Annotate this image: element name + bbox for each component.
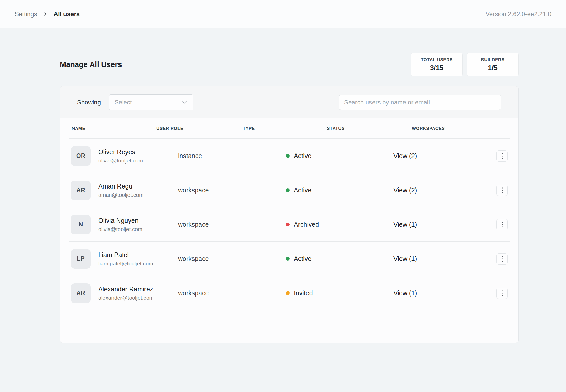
user-role-value: workspace <box>178 221 242 228</box>
builders-card: BUILDERS 1/5 <box>467 53 519 76</box>
title-row: Manage All Users TOTAL USERS 3/15 BUILDE… <box>60 53 519 76</box>
workspaces-view-link[interactable]: View (1) <box>393 289 496 297</box>
user-email: alexander@tooljet.con <box>98 295 153 301</box>
builders-label: BUILDERS <box>481 57 505 62</box>
search-input[interactable] <box>339 95 501 110</box>
user-name: Olivia Nguyen <box>98 217 142 224</box>
status-label: Active <box>294 152 311 160</box>
user-role-value: workspace <box>178 289 242 297</box>
status-cell: Active <box>286 152 393 160</box>
status-cell: Invited <box>286 289 393 297</box>
user-name: Alexander Ramirez <box>98 285 153 293</box>
table-row: LP Liam Patel liam.patel@tooljet.com wor… <box>60 242 518 276</box>
chevron-down-icon <box>181 99 188 106</box>
kebab-icon <box>502 224 503 225</box>
total-users-label: TOTAL USERS <box>421 57 453 62</box>
table-row: N Olivia Nguyen olivia@tooljet.com works… <box>60 207 518 242</box>
status-dot-icon <box>286 291 290 295</box>
status-label: Archived <box>294 221 319 228</box>
user-name: Liam Patel <box>98 251 153 259</box>
user-email: oliver@tooljet.com <box>98 158 143 164</box>
workspaces-view-link[interactable]: View (2) <box>393 186 496 194</box>
users-table: NAME USER ROLE TYPE STATUS WORKSPACES OR… <box>60 118 518 343</box>
top-bar: Settings All users Version 2.62.0-ee2.21… <box>0 0 566 28</box>
users-card: Showing Select.. NAME USER ROLE TYPE STA… <box>60 86 519 343</box>
column-header-user-role: USER ROLE <box>156 126 243 131</box>
kebab-icon <box>502 293 503 294</box>
workspaces-view-link[interactable]: View (2) <box>393 152 496 160</box>
user-role-value: instance <box>178 152 242 160</box>
user-name: Oliver Reyes <box>98 148 143 156</box>
total-users-card: TOTAL USERS 3/15 <box>411 53 463 76</box>
kebab-icon <box>502 190 503 191</box>
status-dot-icon <box>286 257 290 261</box>
filter-bar: Showing Select.. <box>60 86 518 118</box>
column-header-workspaces: WORKSPACES <box>412 126 518 131</box>
user-name-cell: LP Liam Patel liam.patel@tooljet.com <box>71 249 178 269</box>
user-name-cell: AR Aman Regu aman@tooljet.com <box>71 181 178 200</box>
status-dot-icon <box>286 188 290 192</box>
user-name-cell: N Olivia Nguyen olivia@tooljet.com <box>71 215 178 234</box>
user-email: olivia@tooljet.com <box>98 226 142 232</box>
table-row: OR Oliver Reyes oliver@tooljet.com insta… <box>60 139 518 173</box>
row-actions-menu-button[interactable] <box>496 253 508 265</box>
chevron-right-icon <box>43 12 48 17</box>
kebab-icon <box>502 258 503 259</box>
avatar: AR <box>71 181 91 200</box>
user-name: Aman Regu <box>98 183 143 190</box>
avatar: LP <box>71 249 91 269</box>
status-dot-icon <box>286 154 290 158</box>
stats-cards: TOTAL USERS 3/15 BUILDERS 1/5 <box>411 53 519 76</box>
status-cell: Active <box>286 186 393 194</box>
total-users-value: 3/15 <box>430 64 444 72</box>
page-title: Manage All Users <box>60 60 122 69</box>
table-row: AR Alexander Ramirez alexander@tooljet.c… <box>60 276 518 310</box>
select-placeholder: Select.. <box>115 99 135 106</box>
version-label: Version 2.62.0-ee2.21.0 <box>486 11 551 18</box>
status-filter-select[interactable]: Select.. <box>109 94 193 110</box>
breadcrumb: Settings All users <box>15 11 80 18</box>
column-header-status: STATUS <box>327 126 412 131</box>
status-cell: Active <box>286 255 393 263</box>
avatar: N <box>71 215 91 234</box>
status-cell: Archived <box>286 221 393 228</box>
column-header-name: NAME <box>72 126 156 131</box>
breadcrumb-current-page: All users <box>54 11 80 18</box>
user-name-cell: AR Alexander Ramirez alexander@tooljet.c… <box>71 283 178 303</box>
avatar: OR <box>71 146 91 166</box>
row-actions-menu-button[interactable] <box>496 185 508 196</box>
status-dot-icon <box>286 223 290 226</box>
user-role-value: workspace <box>178 255 242 263</box>
status-label: Active <box>294 255 311 263</box>
avatar: AR <box>71 283 91 303</box>
showing-label: Showing <box>77 99 101 106</box>
workspaces-view-link[interactable]: View (1) <box>393 255 496 263</box>
breadcrumb-settings[interactable]: Settings <box>15 11 37 18</box>
workspaces-view-link[interactable]: View (1) <box>393 221 496 228</box>
kebab-icon <box>502 156 503 157</box>
user-email: aman@tooljet.com <box>98 192 143 198</box>
main-content: Manage All Users TOTAL USERS 3/15 BUILDE… <box>0 53 566 343</box>
status-label: Invited <box>294 289 313 297</box>
row-actions-menu-button[interactable] <box>496 219 508 230</box>
row-actions-menu-button[interactable] <box>496 150 508 162</box>
table-header: NAME USER ROLE TYPE STATUS WORKSPACES <box>60 118 518 139</box>
table-row: AR Aman Regu aman@tooljet.com workspace … <box>60 173 518 207</box>
status-label: Active <box>294 186 311 194</box>
user-role-value: workspace <box>178 186 242 194</box>
builders-value: 1/5 <box>488 64 498 72</box>
user-name-cell: OR Oliver Reyes oliver@tooljet.com <box>71 146 178 166</box>
row-actions-menu-button[interactable] <box>496 288 508 299</box>
column-header-type: TYPE <box>243 126 327 131</box>
user-email: liam.patel@tooljet.com <box>98 260 153 267</box>
